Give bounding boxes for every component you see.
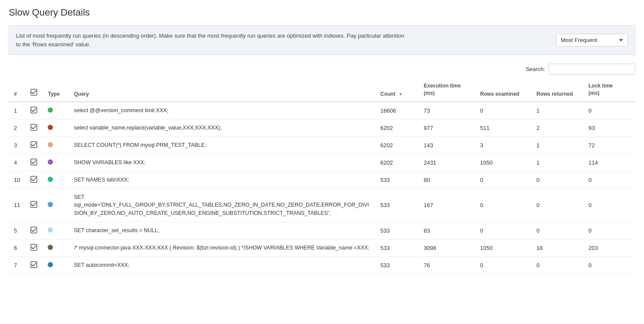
row-check-icon: [30, 108, 37, 115]
cell-rows-examined: 0: [475, 222, 531, 239]
cell-type: [42, 154, 69, 171]
th-lock-time: Lock time(ms): [583, 78, 635, 102]
cell-exec-time: 167: [418, 188, 475, 222]
cell-rows-returned: 0: [531, 188, 583, 222]
query-text: SELECT COUNT(*) FROM mysql.PRM_TEST_TABL…: [74, 142, 206, 148]
cell-query: select @@version_comment limit XXX;: [69, 102, 375, 120]
cell-id: 5: [9, 222, 25, 239]
th-check: [25, 78, 42, 102]
cell-lock-time: 203: [583, 239, 635, 256]
query-text: select variable_name,replace(variable_va…: [74, 125, 221, 131]
cell-rows-returned: 2: [531, 119, 583, 136]
row-check-icon: [30, 143, 37, 149]
th-rows-returned: Rows returned: [531, 78, 583, 102]
cell-id: 4: [9, 154, 25, 171]
cell-count: 6202: [375, 136, 418, 154]
cell-count: 6202: [375, 154, 418, 171]
info-bar: List of most frequently run queries (in …: [9, 25, 635, 55]
sort-dropdown[interactable]: Most FrequentSlowestMost Rows Examined: [556, 34, 628, 46]
cell-rows-returned: 0: [531, 171, 583, 188]
cell-count: 533: [375, 171, 418, 188]
cell-count: 533: [375, 256, 418, 274]
row-check-icon: [30, 178, 37, 184]
cell-lock-time: 93: [583, 119, 635, 136]
cell-type: [42, 256, 69, 274]
th-query: Query: [69, 78, 375, 102]
cell-rows-examined: 0: [475, 188, 531, 222]
cell-lock-time: 72: [583, 136, 635, 154]
cell-checkbox[interactable]: [25, 119, 42, 136]
cell-id: 6: [9, 239, 25, 256]
cell-checkbox[interactable]: [25, 171, 42, 188]
table-row: 10 SET NAMES latinXXX;53380000: [9, 171, 635, 188]
cell-query: /* mysql-connector-java-XXX.XXX.XXX ( Re…: [69, 239, 375, 256]
cell-exec-time: 73: [418, 102, 475, 120]
cell-lock-time: 0: [583, 188, 635, 222]
cell-rows-returned: 1: [531, 102, 583, 120]
cell-rows-examined: 0: [475, 102, 531, 120]
table-body: 1 select @@version_comment limit XXX;186…: [9, 102, 635, 274]
slow-query-table: # Type Query Count ▼: [9, 78, 635, 274]
type-dot: [48, 159, 53, 165]
row-check-icon: [30, 246, 37, 252]
cell-rows-examined: 3: [475, 136, 531, 154]
cell-checkbox[interactable]: [25, 136, 42, 154]
cell-exec-time: 3098: [418, 239, 475, 256]
cell-checkbox[interactable]: [25, 222, 42, 239]
cell-count: 6202: [375, 119, 418, 136]
cell-rows-examined: 0: [475, 256, 531, 274]
cell-lock-time: 0: [583, 102, 635, 120]
cell-count: 533: [375, 188, 418, 222]
row-check-icon: [30, 203, 37, 209]
cell-checkbox[interactable]: [25, 154, 42, 171]
cell-checkbox[interactable]: [25, 102, 42, 120]
cell-query: SET NAMES latinXXX;: [69, 171, 375, 188]
cell-type: [42, 119, 69, 136]
cell-exec-time: 977: [418, 119, 475, 136]
cell-checkbox[interactable]: [25, 256, 42, 274]
cell-checkbox[interactable]: [25, 188, 42, 222]
cell-id: 3: [9, 136, 25, 154]
table-row: 5 SET character_set_results = NULL;53383…: [9, 222, 635, 239]
info-text: List of most frequently run queries (in …: [16, 32, 406, 49]
cell-exec-time: 80: [418, 171, 475, 188]
cell-lock-time: 114: [583, 154, 635, 171]
cell-rows-returned: 0: [531, 222, 583, 239]
cell-type: [42, 222, 69, 239]
query-text: SHOW VARIABLES like XXX;: [74, 159, 145, 165]
cell-rows-returned: 18: [531, 239, 583, 256]
query-text: SET character_set_results = NULL;: [74, 227, 159, 233]
cell-query: SELECT COUNT(*) FROM mysql.PRM_TEST_TABL…: [69, 136, 375, 154]
th-rows-examined: Rows examined: [475, 78, 531, 102]
cell-query: SET character_set_results = NULL;: [69, 222, 375, 239]
cell-count: 18606: [375, 102, 418, 120]
sort-icon-count: ▼: [399, 92, 403, 97]
cell-exec-time: 2431: [418, 154, 475, 171]
search-input[interactable]: [549, 64, 635, 75]
page-container: Slow Query Details List of most frequent…: [0, 0, 644, 281]
table-header: # Type Query Count ▼: [9, 78, 635, 102]
cell-type: [42, 102, 69, 120]
page-title: Slow Query Details: [9, 7, 635, 18]
cell-id: 2: [9, 119, 25, 136]
header-row: # Type Query Count ▼: [9, 78, 635, 102]
dropdown-container: Most FrequentSlowestMost Rows Examined: [556, 34, 628, 46]
table-row: 1 select @@version_comment limit XXX;186…: [9, 102, 635, 120]
type-dot: [48, 245, 53, 250]
cell-rows-returned: 0: [531, 256, 583, 274]
cell-exec-time: 76: [418, 256, 475, 274]
cell-lock-time: 0: [583, 256, 635, 274]
row-check-icon: [30, 160, 37, 167]
cell-rows-examined: 1050: [475, 239, 531, 256]
type-dot: [48, 262, 53, 267]
row-check-icon: [30, 126, 37, 132]
query-text: SET autocommit=XXX;: [74, 262, 129, 268]
th-count[interactable]: Count ▼: [375, 78, 418, 102]
cell-query: select variable_name,replace(variable_va…: [69, 119, 375, 136]
type-dot: [48, 125, 53, 130]
row-check-icon: [30, 263, 37, 269]
type-dot: [48, 107, 53, 113]
cell-lock-time: 0: [583, 222, 635, 239]
cell-checkbox[interactable]: [25, 239, 42, 256]
cell-rows-returned: 1: [531, 136, 583, 154]
